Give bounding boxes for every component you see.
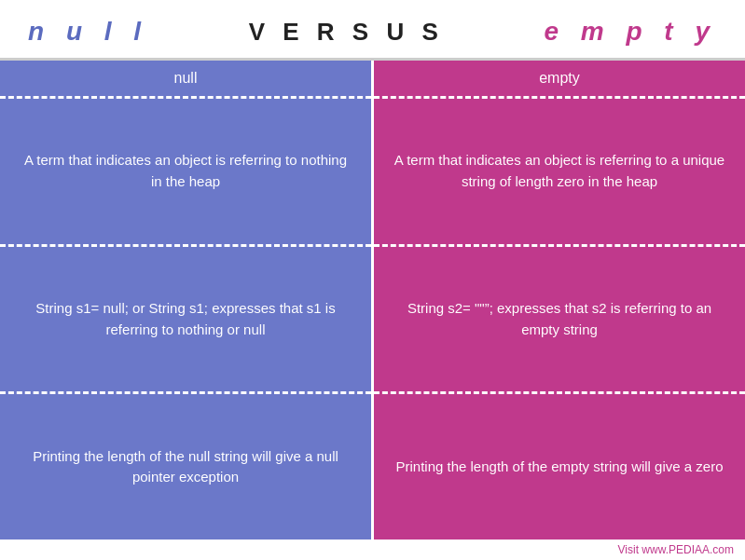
empty-cell-3: Printing the length of the empty string … [374, 394, 745, 540]
empty-cell-1: A term that indicates an object is refer… [374, 99, 745, 247]
footer-text: Visit www.PEDIAA.com [618, 543, 734, 556]
comparison-table: null A term that indicates an object is … [0, 58, 745, 540]
empty-cell-2: String s2= ""”; expresses that s2 is ref… [374, 247, 745, 395]
main-container: n u l l V E R S U S e m p t y null A ter… [0, 0, 745, 560]
null-title: n u l l [28, 17, 148, 47]
null-cell-1: A term that indicates an object is refer… [0, 99, 371, 247]
empty-column: empty A term that indicates an object is… [374, 61, 745, 540]
null-column: null A term that indicates an object is … [0, 61, 374, 540]
null-col-header: null [0, 61, 371, 99]
empty-col-header: empty [374, 61, 745, 99]
header: n u l l V E R S U S e m p t y [0, 0, 745, 58]
null-cell-2: String s1= null; or String s1; expresses… [0, 247, 371, 395]
empty-title: e m p t y [544, 17, 717, 47]
footer: Visit www.PEDIAA.com [0, 540, 745, 560]
versus-label: V E R S U S [249, 18, 444, 47]
null-cell-3: Printing the length of the null string w… [0, 394, 371, 540]
